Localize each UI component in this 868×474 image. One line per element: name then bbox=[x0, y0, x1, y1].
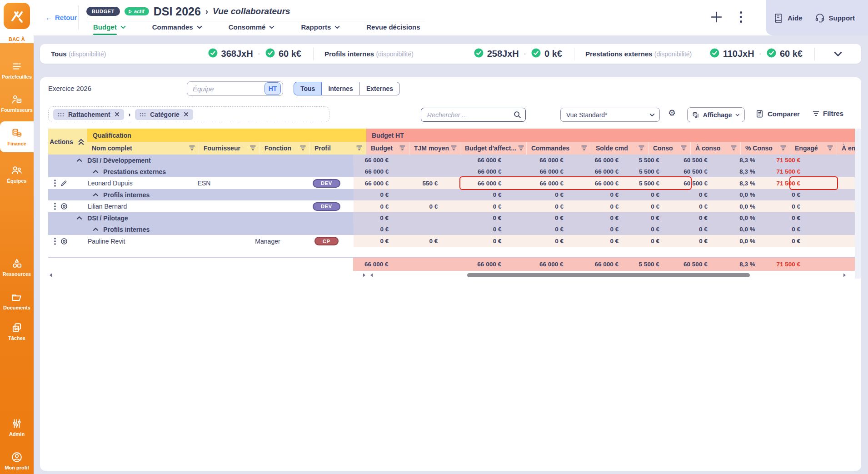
summary-section: Profils internes (disponibilité)258JxH·0… bbox=[314, 44, 574, 64]
more-options-button[interactable] bbox=[740, 11, 743, 25]
remove-chip-icon[interactable] bbox=[115, 111, 120, 118]
add-button[interactable] bbox=[710, 11, 723, 25]
column-filter-icon[interactable] bbox=[250, 145, 256, 152]
column-filter-icon bbox=[451, 145, 457, 150]
scope-option-externes[interactable]: Externes bbox=[360, 82, 400, 95]
scroll-right-icon[interactable] bbox=[842, 273, 847, 278]
collapse-all-icon bbox=[78, 138, 85, 145]
collapse-group-icon[interactable] bbox=[76, 216, 82, 220]
sidebar-item-finance[interactable]: Finance bbox=[0, 121, 34, 152]
column-header-solde: Solde cmd bbox=[591, 142, 649, 155]
column-filter-icon[interactable] bbox=[300, 145, 306, 152]
tab-commandes[interactable]: Commandes bbox=[152, 23, 202, 34]
cell-p_conso: 8,3 % bbox=[714, 155, 762, 166]
grouping-chip-categorie[interactable]: Catégorie bbox=[135, 109, 193, 120]
scope-option-internes[interactable]: Internes bbox=[322, 82, 359, 95]
row-actions bbox=[48, 189, 74, 200]
collapse-group-icon[interactable] bbox=[76, 158, 82, 162]
sidebar-item-admin[interactable]: Admin bbox=[0, 413, 34, 442]
collapse-cell bbox=[74, 189, 86, 200]
cell-fonction bbox=[251, 200, 299, 212]
grouping-chip-rattachement[interactable]: Rattachement bbox=[53, 109, 124, 120]
aide-button[interactable]: Aide bbox=[773, 12, 803, 23]
row-menu-icon[interactable] bbox=[54, 203, 56, 210]
comparer-button[interactable]: Comparer bbox=[755, 110, 800, 118]
right-pane-horizontal-scrollbar[interactable] bbox=[369, 272, 847, 278]
column-filter-icon bbox=[356, 145, 362, 150]
collapse-all-button[interactable] bbox=[75, 129, 87, 155]
edit-icon[interactable] bbox=[60, 180, 67, 187]
cell-conso: 0 € bbox=[625, 235, 666, 247]
cell-commandes: 0 € bbox=[508, 189, 570, 200]
column-filter-icon[interactable] bbox=[681, 145, 687, 152]
filtres-button[interactable]: Filtres bbox=[813, 110, 843, 117]
tab-consomme[interactable]: Consommé bbox=[229, 23, 275, 34]
search-box[interactable] bbox=[421, 108, 526, 122]
view-select-value: Vue Standard* bbox=[566, 111, 608, 119]
column-filter-icon[interactable] bbox=[356, 145, 362, 152]
sidebar-item-ressources[interactable]: Ressources bbox=[0, 253, 34, 282]
drag-handle-icon[interactable] bbox=[140, 111, 146, 118]
group-row: Profils internes0 €0 €0 €0 €0 €0 €0,0 %0… bbox=[48, 189, 855, 200]
cell-nom: DSI / Développement bbox=[85, 155, 193, 166]
column-filter-icon[interactable] bbox=[780, 145, 786, 152]
column-filter-icon[interactable] bbox=[639, 145, 644, 152]
search-input[interactable] bbox=[426, 111, 514, 119]
summary-collapse-button[interactable] bbox=[815, 51, 861, 57]
sidebar-item-label: Ressources bbox=[3, 271, 31, 277]
scrollbar-thumb[interactable] bbox=[467, 273, 750, 277]
scroll-left-icon[interactable] bbox=[369, 273, 374, 278]
app-logo[interactable] bbox=[4, 3, 30, 29]
scroll-left-icon[interactable] bbox=[48, 273, 53, 278]
view-icon[interactable] bbox=[60, 203, 68, 210]
drag-handle-icon[interactable] bbox=[58, 111, 64, 118]
column-filter-icon bbox=[250, 145, 256, 150]
cell-tjm: 0 € bbox=[395, 200, 444, 212]
support-button[interactable]: Support bbox=[814, 12, 855, 23]
remove-chip-icon[interactable] bbox=[184, 111, 189, 118]
column-filter-icon[interactable] bbox=[518, 145, 524, 152]
sidebar-item-mon-profil[interactable]: Mon profil bbox=[0, 446, 34, 474]
tab-budget[interactable]: Budget bbox=[93, 23, 126, 34]
scrollbar-track[interactable] bbox=[374, 273, 842, 278]
column-filter-icon[interactable] bbox=[731, 145, 737, 152]
row-menu-icon[interactable] bbox=[54, 238, 56, 245]
collapse-group-icon[interactable] bbox=[93, 193, 99, 197]
column-filter-icon[interactable] bbox=[451, 145, 457, 152]
cell-budget: 66 000 € bbox=[353, 258, 395, 271]
resources-icon bbox=[11, 258, 23, 269]
column-filter-icon bbox=[780, 145, 786, 150]
view-select[interactable]: Vue Standard* bbox=[560, 108, 660, 122]
back-button[interactable]: ← Retour bbox=[45, 14, 77, 21]
affichage-button[interactable]: Affichage bbox=[687, 107, 745, 122]
cell-commandes: 66 000 € bbox=[508, 166, 570, 177]
column-header-budget: Budget bbox=[366, 142, 409, 155]
sidebar-item-portefeuilles[interactable]: Portefeuilles bbox=[0, 55, 34, 85]
scroll-right-icon[interactable] bbox=[362, 273, 366, 278]
nav-divider-line bbox=[86, 21, 425, 21]
tab-revue-decisions[interactable]: Revue décisions bbox=[366, 23, 420, 34]
tab-rapports[interactable]: Rapports bbox=[301, 23, 340, 34]
ht-toggle-button[interactable]: HT bbox=[264, 82, 281, 95]
row-menu-icon[interactable] bbox=[54, 180, 56, 187]
view-icon[interactable] bbox=[60, 238, 68, 245]
collapse-group-icon[interactable] bbox=[93, 170, 99, 174]
scope-option-tous[interactable]: Tous bbox=[294, 82, 322, 95]
settings-gear-icon[interactable]: ⚙ bbox=[668, 109, 676, 117]
sidebar-item-fournisseurs[interactable]: Fournisseurs bbox=[0, 89, 34, 118]
column-filter-icon[interactable] bbox=[189, 145, 195, 152]
sidebar-item-taches[interactable]: Tâches bbox=[0, 317, 34, 346]
profil-badge: DEV bbox=[313, 179, 340, 188]
column-filter-icon[interactable] bbox=[827, 145, 833, 152]
left-pane-horizontal-scrollbar[interactable] bbox=[48, 272, 366, 278]
sidebar-item-equipes[interactable]: Équipes bbox=[0, 160, 34, 189]
collapse-group-icon[interactable] bbox=[93, 227, 99, 231]
cell-a_engage bbox=[807, 224, 855, 235]
vertical-scrollbar-track[interactable] bbox=[855, 129, 861, 279]
chevron-down-icon bbox=[649, 113, 655, 117]
column-filter-icon[interactable] bbox=[399, 145, 405, 152]
sidebar-item-documents[interactable]: Documents bbox=[0, 286, 34, 315]
cell-p_conso: 0,0 % bbox=[714, 212, 762, 224]
column-filter-icon[interactable] bbox=[581, 145, 587, 152]
summary-metric: 0 k€ bbox=[531, 48, 562, 60]
